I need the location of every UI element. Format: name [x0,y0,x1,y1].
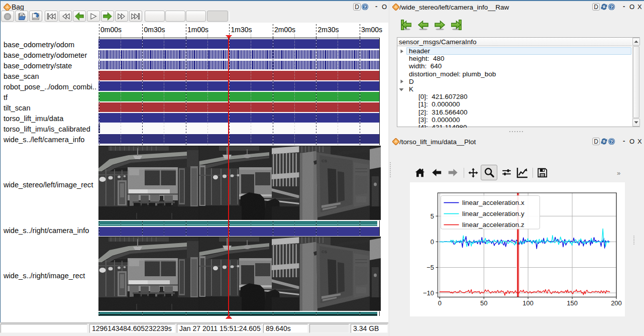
svg-text:0: 0 [431,238,434,246]
svg-text:−10: −10 [423,289,434,297]
svg-text:linear_acceleration.x: linear_acceleration.x [462,199,524,206]
svg-text:0: 0 [438,299,442,307]
svg-text:50: 50 [480,299,487,307]
svg-text:?: ? [364,4,367,10]
svg-text:linear_acceleration.y: linear_acceleration.y [462,210,524,217]
svg-text:150: 150 [567,299,578,307]
svg-text:?: ? [610,4,613,10]
svg-text:200: 200 [611,299,622,307]
svg-text:5: 5 [431,212,434,220]
svg-text:100: 100 [522,299,533,307]
svg-text:?: ? [610,139,613,144]
svg-text:−5: −5 [426,264,434,271]
svg-text:linear_acceleration.z: linear_acceleration.z [462,221,524,229]
